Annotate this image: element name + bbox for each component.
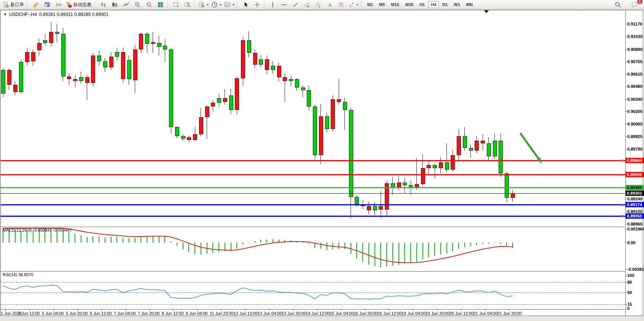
time-axis-label: 12 Jun 12:00	[234, 311, 258, 316]
line-chart-button[interactable]	[120, 0, 132, 9]
templates-button[interactable]: ▼	[223, 0, 236, 9]
macd-histogram-bar	[303, 242, 303, 243]
price-axis-flag: 0.89050	[626, 213, 644, 219]
candle	[259, 59, 263, 65]
price-axis-label: 0.90480	[627, 84, 642, 89]
macd-histogram-bar	[296, 241, 297, 243]
time-tick	[101, 310, 102, 311]
toolbar-separator	[264, 1, 266, 8]
macd-histogram-bar	[368, 243, 369, 265]
candle	[253, 53, 257, 65]
bar-chart-button[interactable]	[97, 0, 109, 9]
hline-anchor[interactable]	[621, 204, 623, 206]
candle	[373, 206, 377, 211]
candle	[451, 155, 455, 170]
autotrading-button[interactable]: 自动交易	[64, 0, 93, 9]
channel-button[interactable]: E	[301, 0, 313, 9]
candle	[349, 110, 353, 197]
hline-anchor[interactable]	[621, 160, 623, 162]
hline-anchor[interactable]	[621, 187, 623, 189]
notifications-button[interactable]: 1	[629, 0, 640, 9]
new-order-button[interactable]: 新订单	[2, 0, 26, 9]
time-tick	[197, 310, 198, 311]
macd-histogram-bar	[231, 243, 231, 251]
label-button[interactable]: T	[336, 0, 347, 9]
hline-anchor[interactable]	[621, 174, 623, 176]
time-axis-label: 21 Jun 04:00	[473, 311, 498, 316]
candles-icon	[112, 2, 118, 8]
crosshair-button[interactable]	[252, 0, 263, 9]
candle	[457, 136, 461, 155]
hline-anchor[interactable]	[621, 215, 623, 217]
auto-scroll-button[interactable]	[170, 0, 182, 9]
candle-chart-button[interactable]	[109, 0, 120, 9]
timeframe-button-w1[interactable]: W1	[451, 1, 463, 8]
candle	[421, 168, 425, 184]
macd-histogram-bar	[236, 243, 237, 249]
strategy-tester-button[interactable]	[41, 0, 53, 9]
timeframe-button-mn[interactable]: MN	[464, 1, 475, 8]
candle	[49, 32, 53, 43]
alerts-button[interactable]	[53, 0, 64, 9]
time-tick	[437, 310, 437, 311]
price-hline-object[interactable]	[1, 174, 625, 175]
search-button[interactable]	[612, 0, 623, 9]
horizontal-line-button[interactable]	[279, 0, 290, 9]
dropdown-caret-icon[interactable]: ▼	[356, 3, 359, 6]
timeframe-button-m5[interactable]: M5	[376, 1, 387, 8]
price-axis-label: 0.89925	[627, 134, 642, 139]
chart-title: ▼ USDCHF-,H4 0.89281 0.89311 0.89265 0.8…	[3, 12, 108, 17]
macd-histogram-bar	[512, 243, 513, 248]
text-icon: A	[327, 2, 333, 8]
fibonacci-button[interactable]: F	[313, 0, 324, 9]
periods-button[interactable]: ▼	[210, 0, 223, 9]
timeframe-button-m1[interactable]: M1	[365, 1, 376, 8]
candle	[211, 103, 215, 106]
price-hline-object[interactable]	[1, 187, 625, 188]
toolbar-separator	[167, 1, 169, 8]
timeframe-button-m15[interactable]: M15	[388, 1, 402, 8]
rsi-axis-label: 0	[627, 306, 630, 311]
time-axis-label: 19 Jun 04:00	[402, 311, 426, 316]
trendline-button[interactable]	[290, 0, 301, 9]
chevron-down-icon[interactable]: ▼	[3, 13, 7, 16]
dropdown-caret-icon[interactable]: ▼	[206, 3, 209, 6]
price-axis-label: 0.88960	[627, 222, 642, 226]
timeframe-button-m30[interactable]: M30	[403, 1, 416, 8]
zoom-in-button[interactable]	[132, 0, 143, 9]
shapes-button[interactable]: ▼	[347, 0, 360, 9]
timeframe-button-d1[interactable]: D1	[440, 1, 450, 8]
candle	[31, 52, 35, 61]
timeframe-button-h4[interactable]: H4	[428, 1, 439, 8]
dropdown-caret-icon[interactable]: ▼	[219, 3, 222, 6]
candle	[151, 42, 155, 44]
time-tick	[317, 310, 317, 311]
chart-shift-button[interactable]	[182, 0, 193, 9]
indicators-button[interactable]: ▼	[197, 0, 210, 9]
text-button[interactable]: A	[324, 0, 336, 9]
macd-histogram-bar	[81, 235, 81, 243]
timeframe-button-h1[interactable]: H1	[417, 1, 427, 8]
candle	[271, 66, 275, 70]
candle	[85, 77, 89, 83]
tile-windows-button[interactable]	[155, 0, 166, 9]
dropdown-caret-icon[interactable]: ▼	[232, 3, 235, 6]
macd-histogram-bar	[201, 243, 201, 254]
tile-icon	[157, 2, 164, 8]
price-hline-object[interactable]	[1, 160, 625, 161]
trendline-icon	[292, 2, 299, 8]
zoom-out-button[interactable]	[143, 0, 155, 9]
price-hline-object[interactable]	[1, 216, 625, 217]
candle	[97, 56, 101, 61]
candle	[175, 127, 179, 136]
vertical-line-button[interactable]	[267, 0, 279, 9]
metaeditor-button[interactable]	[30, 0, 41, 9]
chart-shift-marker-icon[interactable]	[484, 10, 489, 13]
cursor-button[interactable]	[240, 0, 252, 9]
price-axis-label: 0.91030	[627, 34, 642, 39]
macd-histogram-bar	[404, 243, 405, 264]
candle	[505, 173, 509, 198]
macd-histogram-bar	[188, 243, 189, 252]
candle	[199, 117, 203, 134]
price-hline-object[interactable]	[1, 204, 625, 205]
